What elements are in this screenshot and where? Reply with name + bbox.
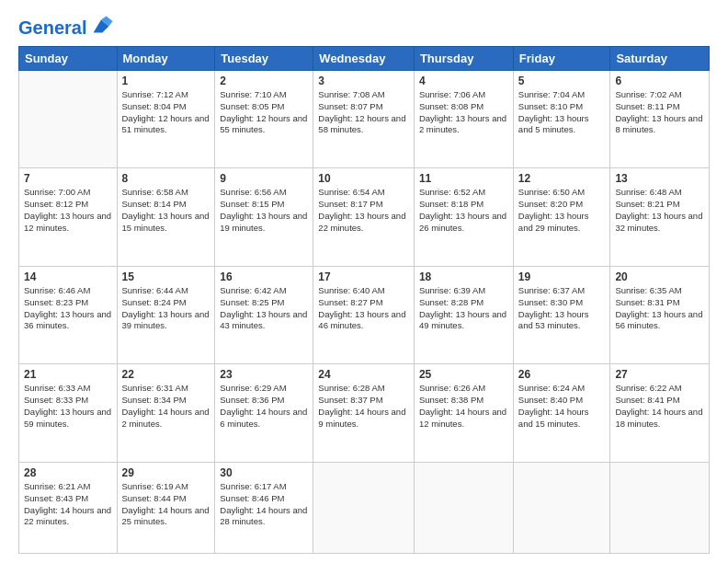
calendar-cell: 9Sunrise: 6:56 AMSunset: 8:15 PMDaylight… bbox=[215, 168, 313, 266]
weekday-header-monday: Monday bbox=[117, 47, 215, 71]
calendar-cell: 22Sunrise: 6:31 AMSunset: 8:34 PMDayligh… bbox=[117, 364, 215, 462]
day-number: 13 bbox=[615, 172, 704, 185]
logo-icon bbox=[88, 15, 114, 40]
calendar-cell: 1Sunrise: 7:12 AMSunset: 8:04 PMDaylight… bbox=[117, 71, 215, 168]
day-number: 5 bbox=[518, 75, 606, 87]
logo-text: General bbox=[18, 17, 86, 38]
cell-info: Sunrise: 6:28 AMSunset: 8:37 PMDaylight:… bbox=[318, 383, 409, 430]
week-row-4: 21Sunrise: 6:33 AMSunset: 8:33 PMDayligh… bbox=[19, 364, 710, 462]
calendar-cell: 14Sunrise: 6:46 AMSunset: 8:23 PMDayligh… bbox=[19, 266, 118, 363]
calendar-cell: 4Sunrise: 7:06 AMSunset: 8:08 PMDaylight… bbox=[414, 71, 513, 168]
cell-info: Sunrise: 6:22 AMSunset: 8:41 PMDaylight:… bbox=[615, 383, 704, 430]
cell-info: Sunrise: 6:31 AMSunset: 8:34 PMDaylight:… bbox=[122, 383, 210, 430]
calendar-cell: 18Sunrise: 6:39 AMSunset: 8:28 PMDayligh… bbox=[414, 266, 513, 363]
cell-info: Sunrise: 6:35 AMSunset: 8:31 PMDaylight:… bbox=[615, 285, 704, 332]
week-row-2: 7Sunrise: 7:00 AMSunset: 8:12 PMDaylight… bbox=[19, 168, 710, 266]
cell-info: Sunrise: 6:39 AMSunset: 8:28 PMDaylight:… bbox=[419, 285, 508, 332]
day-number: 11 bbox=[419, 172, 508, 185]
day-number: 6 bbox=[615, 75, 704, 87]
calendar-cell: 25Sunrise: 6:26 AMSunset: 8:38 PMDayligh… bbox=[414, 364, 513, 462]
weekday-header-row: SundayMondayTuesdayWednesdayThursdayFrid… bbox=[19, 47, 710, 71]
calendar-cell: 15Sunrise: 6:44 AMSunset: 8:24 PMDayligh… bbox=[117, 266, 215, 363]
calendar-cell: 27Sunrise: 6:22 AMSunset: 8:41 PMDayligh… bbox=[610, 364, 710, 462]
calendar-cell: 17Sunrise: 6:40 AMSunset: 8:27 PMDayligh… bbox=[313, 266, 415, 363]
calendar-cell: 6Sunrise: 7:02 AMSunset: 8:11 PMDaylight… bbox=[610, 71, 710, 168]
calendar-cell: 3Sunrise: 7:08 AMSunset: 8:07 PMDaylight… bbox=[313, 71, 415, 168]
cell-info: Sunrise: 6:58 AMSunset: 8:14 PMDaylight:… bbox=[122, 187, 210, 234]
calendar-cell bbox=[513, 462, 610, 553]
calendar-cell bbox=[19, 71, 118, 168]
weekday-header-thursday: Thursday bbox=[414, 47, 513, 71]
day-number: 28 bbox=[24, 466, 112, 479]
cell-info: Sunrise: 6:24 AMSunset: 8:40 PMDaylight:… bbox=[518, 383, 606, 430]
cell-info: Sunrise: 6:21 AMSunset: 8:43 PMDaylight:… bbox=[24, 481, 112, 528]
day-number: 16 bbox=[220, 270, 308, 283]
day-number: 1 bbox=[122, 75, 210, 87]
day-number: 2 bbox=[220, 75, 308, 87]
day-number: 17 bbox=[318, 270, 409, 283]
day-number: 19 bbox=[518, 270, 606, 283]
day-number: 14 bbox=[24, 270, 112, 283]
cell-info: Sunrise: 7:04 AMSunset: 8:10 PMDaylight:… bbox=[518, 89, 606, 136]
cell-info: Sunrise: 6:48 AMSunset: 8:21 PMDaylight:… bbox=[615, 187, 704, 234]
cell-info: Sunrise: 7:02 AMSunset: 8:11 PMDaylight:… bbox=[615, 89, 704, 136]
day-number: 23 bbox=[220, 368, 308, 381]
cell-info: Sunrise: 6:19 AMSunset: 8:44 PMDaylight:… bbox=[122, 481, 210, 528]
calendar-cell: 29Sunrise: 6:19 AMSunset: 8:44 PMDayligh… bbox=[117, 462, 215, 553]
logo: General bbox=[18, 15, 114, 37]
cell-info: Sunrise: 7:12 AMSunset: 8:04 PMDaylight:… bbox=[122, 89, 210, 136]
weekday-header-wednesday: Wednesday bbox=[313, 47, 415, 71]
cell-info: Sunrise: 7:00 AMSunset: 8:12 PMDaylight:… bbox=[24, 187, 112, 234]
day-number: 18 bbox=[419, 270, 508, 283]
cell-info: Sunrise: 6:26 AMSunset: 8:38 PMDaylight:… bbox=[419, 383, 508, 430]
day-number: 29 bbox=[122, 466, 210, 479]
calendar-cell: 13Sunrise: 6:48 AMSunset: 8:21 PMDayligh… bbox=[610, 168, 710, 266]
cell-info: Sunrise: 7:08 AMSunset: 8:07 PMDaylight:… bbox=[318, 89, 409, 136]
calendar-cell: 30Sunrise: 6:17 AMSunset: 8:46 PMDayligh… bbox=[215, 462, 313, 553]
cell-info: Sunrise: 6:44 AMSunset: 8:24 PMDaylight:… bbox=[122, 285, 210, 332]
calendar-cell: 12Sunrise: 6:50 AMSunset: 8:20 PMDayligh… bbox=[513, 168, 610, 266]
calendar-cell: 8Sunrise: 6:58 AMSunset: 8:14 PMDaylight… bbox=[117, 168, 215, 266]
calendar-cell: 23Sunrise: 6:29 AMSunset: 8:36 PMDayligh… bbox=[215, 364, 313, 462]
cell-info: Sunrise: 7:10 AMSunset: 8:05 PMDaylight:… bbox=[220, 89, 308, 136]
day-number: 9 bbox=[220, 172, 308, 185]
calendar-cell bbox=[313, 462, 415, 553]
cell-info: Sunrise: 6:37 AMSunset: 8:30 PMDaylight:… bbox=[518, 285, 606, 332]
calendar-cell bbox=[610, 462, 710, 553]
cell-info: Sunrise: 6:50 AMSunset: 8:20 PMDaylight:… bbox=[518, 187, 606, 234]
calendar-cell: 2Sunrise: 7:10 AMSunset: 8:05 PMDaylight… bbox=[215, 71, 313, 168]
calendar-cell: 5Sunrise: 7:04 AMSunset: 8:10 PMDaylight… bbox=[513, 71, 610, 168]
cell-info: Sunrise: 6:52 AMSunset: 8:18 PMDaylight:… bbox=[419, 187, 508, 234]
day-number: 7 bbox=[24, 172, 112, 185]
day-number: 22 bbox=[122, 368, 210, 381]
day-number: 30 bbox=[220, 466, 308, 479]
day-number: 26 bbox=[518, 368, 606, 381]
weekday-header-tuesday: Tuesday bbox=[215, 47, 313, 71]
cell-info: Sunrise: 6:40 AMSunset: 8:27 PMDaylight:… bbox=[318, 285, 409, 332]
header: General bbox=[18, 15, 710, 37]
day-number: 24 bbox=[318, 368, 409, 381]
day-number: 10 bbox=[318, 172, 409, 185]
weekday-header-sunday: Sunday bbox=[19, 47, 118, 71]
day-number: 25 bbox=[419, 368, 508, 381]
cell-info: Sunrise: 7:06 AMSunset: 8:08 PMDaylight:… bbox=[419, 89, 508, 136]
calendar-cell: 24Sunrise: 6:28 AMSunset: 8:37 PMDayligh… bbox=[313, 364, 415, 462]
calendar-cell: 28Sunrise: 6:21 AMSunset: 8:43 PMDayligh… bbox=[19, 462, 118, 553]
day-number: 15 bbox=[122, 270, 210, 283]
page: General SundayMondayTuesdayWednesdayThur… bbox=[0, 0, 728, 563]
cell-info: Sunrise: 6:46 AMSunset: 8:23 PMDaylight:… bbox=[24, 285, 112, 332]
day-number: 20 bbox=[615, 270, 704, 283]
cell-info: Sunrise: 6:42 AMSunset: 8:25 PMDaylight:… bbox=[220, 285, 308, 332]
cell-info: Sunrise: 6:54 AMSunset: 8:17 PMDaylight:… bbox=[318, 187, 409, 234]
day-number: 27 bbox=[615, 368, 704, 381]
day-number: 4 bbox=[419, 75, 508, 87]
cell-info: Sunrise: 6:29 AMSunset: 8:36 PMDaylight:… bbox=[220, 383, 308, 430]
cell-info: Sunrise: 6:33 AMSunset: 8:33 PMDaylight:… bbox=[24, 383, 112, 430]
day-number: 8 bbox=[122, 172, 210, 185]
day-number: 12 bbox=[518, 172, 606, 185]
week-row-5: 28Sunrise: 6:21 AMSunset: 8:43 PMDayligh… bbox=[19, 462, 710, 553]
calendar-cell: 10Sunrise: 6:54 AMSunset: 8:17 PMDayligh… bbox=[313, 168, 415, 266]
weekday-header-friday: Friday bbox=[513, 47, 610, 71]
calendar-cell: 21Sunrise: 6:33 AMSunset: 8:33 PMDayligh… bbox=[19, 364, 118, 462]
day-number: 21 bbox=[24, 368, 112, 381]
